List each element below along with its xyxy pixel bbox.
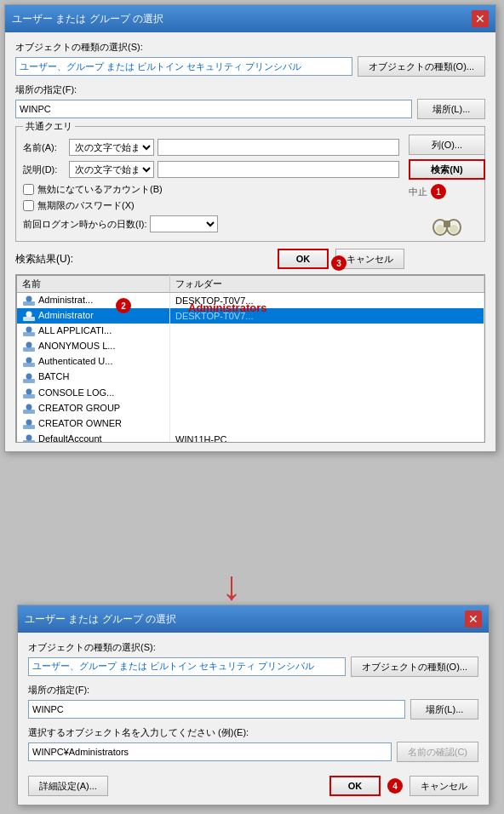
noexpiry-label: 無期限のパスワード(X) [37,199,135,212]
desc-label: 説明(D): [23,163,66,176]
result-name: DefaultAccount [38,433,102,443]
close-button-1[interactable]: ✕ [472,10,489,27]
select-object-label: 選択するオブジェクト名を入力してください (例)(E): [28,726,478,739]
object-type-section-2: オブジェクトの種類の選択(S): ユーザー、グループ または ビルトイン セキュ… [28,641,478,677]
last-logon-row: 前回ログオン時からの日数(I): [23,215,399,232]
location-input[interactable] [15,100,412,118]
result-folder [170,339,484,354]
name-row: 名前(A): 次の文字で始まる [23,139,399,156]
table-row[interactable]: ANONYMOUS L... [17,339,484,354]
advanced-button[interactable]: 詳細設定(A)... [28,776,108,796]
result-folder [170,386,484,401]
svg-rect-10 [25,318,33,320]
result-folder: WIN11H-PC [170,432,484,443]
location-section-2: 場所の指定(F): 場所(L)... [28,684,478,719]
result-folder [170,416,484,432]
location-button-2[interactable]: 場所(L)... [410,699,478,719]
location-input-2[interactable] [28,700,405,719]
svg-point-27 [26,404,32,410]
object-type-button-2[interactable]: オブジェクトの種類(O)... [351,656,478,677]
name-label: 名前(A): [23,141,66,154]
results-label: 検索結果(U): [15,252,271,267]
svg-rect-22 [25,380,33,382]
table-row[interactable]: ALL APPLICATI... [17,324,484,339]
svg-point-3 [436,225,444,233]
ok-button-1[interactable]: OK [278,249,329,269]
result-name: ALL APPLICATI... [38,325,112,335]
table-row[interactable]: BATCH [17,370,484,385]
ok-button-2[interactable]: OK [329,776,381,796]
desc-condition-select[interactable]: 次の文字で始まる [69,161,154,178]
svg-point-18 [26,358,32,364]
object-type-value-2: ユーザー、グループ または ビルトイン セキュリティ プリンシパル [32,661,314,671]
svg-point-30 [26,419,32,425]
table-row[interactable]: CONSOLE LOG... [17,386,484,401]
result-name: BATCH [38,371,69,381]
column-button[interactable]: 列(O)... [409,135,485,155]
cancel-button-2[interactable]: キャンセル [410,776,478,796]
object-type-label-2: オブジェクトの種類の選択(S): [28,641,478,654]
select-object-section: 選択するオブジェクト名を入力してください (例)(E): 名前の確認(C) [28,726,478,762]
table-row[interactable]: DefaultAccountWIN11H-PC [17,432,484,443]
administrators-label: Administrators [188,301,266,314]
svg-rect-28 [25,410,33,413]
svg-point-9 [26,312,32,318]
result-folder [170,324,484,339]
disabled-checkbox-row: 無効になているアカウント(B) [23,183,399,196]
window-title-2: ユーザー または グループ の選択 [25,612,176,627]
common-query-title: 共通クエリ [23,120,75,133]
table-row[interactable]: Authenticated U... [17,354,484,370]
result-name: Administrator [38,310,94,320]
days-select[interactable] [150,215,218,232]
svg-rect-34 [25,441,33,443]
table-row[interactable]: CREATOR OWNER [17,416,484,432]
annotation-1: 1 [431,184,446,199]
result-folder [170,370,484,385]
desc-row: 説明(D): 次の文字で始まる [23,161,399,178]
location-label-2: 場所の指定(F): [28,684,478,696]
object-type-input[interactable] [15,57,352,76]
noexpiry-checkbox-row: 無期限のパスワード(X) [23,199,399,212]
annotation-3: 3 [331,255,346,271]
select-object-input[interactable] [28,742,392,761]
svg-rect-16 [25,348,33,351]
last-logon-label: 前回ログオン時からの日数(I): [23,218,146,231]
close-button-2[interactable]: ✕ [465,610,482,628]
down-arrow: ↓ [221,565,242,606]
disabled-label: 無効になているアカウント(B) [37,183,163,196]
col-folder-header: フォルダー [170,276,484,293]
table-row[interactable]: CREATOR GROUP [17,401,484,416]
check-names-button[interactable]: 名前の確認(C) [397,742,478,762]
result-name: Authenticated U... [38,356,112,366]
col-name-header: 名前 [17,276,170,293]
desc-input[interactable] [158,161,399,178]
window-1: ユーザー または グループ の選択 ✕ オブジェクトの種類の選択(S): オブジ… [4,4,496,452]
object-type-button[interactable]: オブジェクトの種類(O)... [358,56,485,77]
svg-rect-7 [25,302,33,305]
location-label: 場所の指定(F): [15,83,485,96]
name-condition-select[interactable]: 次の文字で始まる [69,139,154,156]
title-bar-2: ユーザー または グループ の選択 ✕ [18,605,489,633]
svg-rect-19 [25,364,33,366]
location-button[interactable]: 場所(L)... [417,99,485,119]
svg-rect-13 [25,333,33,335]
disabled-checkbox[interactable] [23,184,34,195]
name-input[interactable] [158,139,399,156]
window-2: ユーザー または グループ の選択 ✕ オブジェクトの種類の選択(S): ユーザ… [17,605,490,805]
stop-button-label: 中止 [409,186,427,198]
result-name: Administrat... [38,295,93,305]
svg-point-21 [26,373,32,379]
svg-point-24 [26,388,32,394]
result-folder [170,401,484,416]
search-binoculars-icon [432,212,462,239]
svg-rect-25 [25,395,33,398]
search-button[interactable]: 検索(N) [409,159,485,180]
svg-point-15 [26,342,32,348]
result-name: CONSOLE LOG... [38,387,114,398]
result-name: ANONYMOUS L... [38,341,115,351]
results-table: 名前 フォルダー Administrat...DESKTOP-T0V7... A… [16,275,484,443]
result-folder [170,354,484,370]
annotation-2: 2 [116,298,131,313]
svg-point-33 [26,434,32,440]
noexpiry-checkbox[interactable] [23,200,34,211]
